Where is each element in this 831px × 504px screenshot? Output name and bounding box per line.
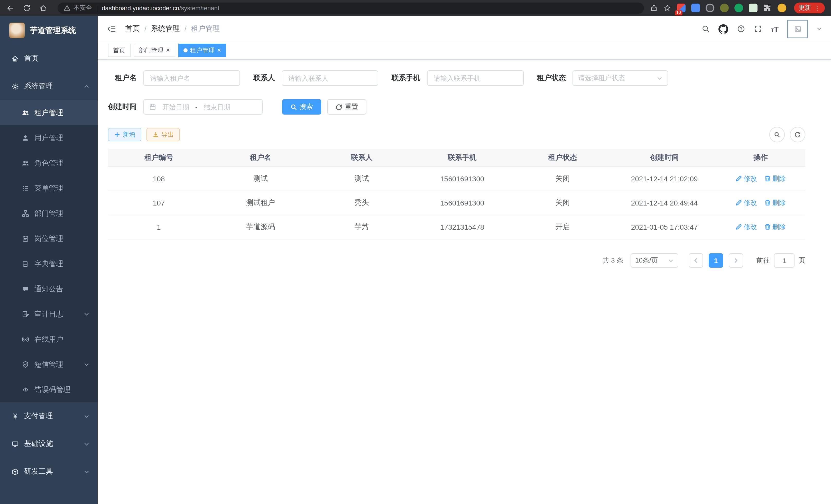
extension-icon[interactable] xyxy=(706,4,714,12)
export-button[interactable]: 导出 xyxy=(146,128,180,141)
fullscreen-icon[interactable] xyxy=(754,25,763,33)
cube-icon xyxy=(11,468,19,475)
sidebar-item-post[interactable]: 岗位管理 xyxy=(0,226,98,251)
sidebar-item-sms[interactable]: 短信管理 xyxy=(0,352,98,377)
breadcrumb: 首页 / 系统管理 / 租户管理 xyxy=(125,24,220,33)
cell-tenant-name: 测试 xyxy=(210,167,311,191)
chevron-down-icon[interactable] xyxy=(816,26,822,31)
sidebar-item-devtools[interactable]: 研发工具 xyxy=(0,458,98,485)
sidebar-collapse-button[interactable] xyxy=(107,24,116,33)
sidebar-item-payment[interactable]: 支付管理 xyxy=(0,402,98,430)
add-button[interactable]: 新增 xyxy=(108,128,141,141)
extension-badge: 10 xyxy=(675,10,683,16)
avatar[interactable] xyxy=(787,20,808,38)
reload-button[interactable] xyxy=(23,4,31,12)
status-placeholder: 请选择租户状态 xyxy=(578,73,657,83)
edit-label: 修改 xyxy=(744,223,757,232)
sidebar-item-tenant[interactable]: 租户管理 xyxy=(0,100,98,125)
sidebar-item-online-users[interactable]: 在线用户 xyxy=(0,327,98,352)
extension-icon[interactable] xyxy=(735,4,743,12)
chevron-down-icon xyxy=(657,75,662,81)
sidebar-item-infra[interactable]: 基础设施 xyxy=(0,430,98,458)
delete-button[interactable]: 删除 xyxy=(764,198,786,208)
chevron-left-icon xyxy=(693,258,699,264)
breadcrumb-item[interactable]: 系统管理 xyxy=(151,24,180,33)
tab-tenant[interactable]: 租户管理 xyxy=(178,44,226,57)
sidebar: 芋道管理系统 首页 系统管理 租户管理 用户管理 角色管理 xyxy=(0,16,98,504)
chevron-down-icon xyxy=(84,312,89,317)
add-button-label: 新增 xyxy=(123,130,135,139)
org-tree-icon xyxy=(22,210,29,217)
close-icon[interactable] xyxy=(217,47,221,54)
sidebar-item-role[interactable]: 角色管理 xyxy=(0,151,98,176)
column-header: 操作 xyxy=(716,149,805,167)
logo-image xyxy=(9,23,25,38)
update-button[interactable]: 更新 xyxy=(794,3,825,13)
contact-input[interactable] xyxy=(282,70,378,86)
date-end-input[interactable] xyxy=(201,102,234,111)
sidebar-item-audit-log[interactable]: 审计日志 xyxy=(0,302,98,327)
sidebar-item-error-code[interactable]: 错误码管理 xyxy=(0,377,98,402)
app-logo[interactable]: 芋道管理系统 xyxy=(0,16,98,45)
close-icon[interactable] xyxy=(166,47,170,54)
breadcrumb-item[interactable]: 首页 xyxy=(125,24,140,33)
extensions-puzzle-icon[interactable] xyxy=(763,4,772,12)
date-start-input[interactable] xyxy=(159,102,192,111)
reset-button[interactable]: 重置 xyxy=(327,99,366,115)
delete-button[interactable]: 删除 xyxy=(764,223,786,232)
sidebar-item-dept[interactable]: 部门管理 xyxy=(0,201,98,226)
search-icon[interactable] xyxy=(702,25,710,33)
tab-dept[interactable]: 部门管理 xyxy=(134,44,175,57)
extension-icon[interactable]: 10 xyxy=(677,4,686,12)
profile-avatar-icon[interactable] xyxy=(778,4,786,12)
back-button[interactable] xyxy=(6,4,15,12)
filter-row-2: 创建时间 - 搜索 重置 xyxy=(108,99,805,115)
current-page[interactable]: 1 xyxy=(709,253,723,268)
app-title: 芋道管理系统 xyxy=(30,25,76,35)
log-edit-icon xyxy=(22,310,29,318)
page-size-value: 10条/页 xyxy=(635,256,668,265)
refresh-table-button[interactable] xyxy=(790,127,805,142)
phone-input[interactable] xyxy=(427,70,524,86)
goto-label: 前往 xyxy=(756,256,770,265)
search-button[interactable]: 搜索 xyxy=(282,99,321,115)
help-icon[interactable] xyxy=(737,25,745,33)
total-count: 共 3 条 xyxy=(603,256,623,265)
tab-home[interactable]: 首页 xyxy=(108,44,131,57)
edit-button[interactable]: 修改 xyxy=(736,174,757,183)
sidebar-item-label: 通知公告 xyxy=(34,285,63,294)
next-page-button[interactable] xyxy=(729,253,743,268)
sidebar-item-home[interactable]: 首页 xyxy=(0,45,98,72)
share-icon[interactable] xyxy=(650,4,658,12)
browser-toolbar: 不安全 dashboard.yudao.iocoder.cn /system/t… xyxy=(0,0,831,16)
delete-button[interactable]: 删除 xyxy=(764,174,786,183)
status-select[interactable]: 请选择租户状态 xyxy=(573,70,668,86)
extension-icon[interactable] xyxy=(691,4,700,12)
goto-suffix: 页 xyxy=(799,256,805,265)
sidebar-item-menu[interactable]: 菜单管理 xyxy=(0,176,98,201)
edit-label: 修改 xyxy=(744,198,757,208)
goto-page-input[interactable] xyxy=(774,253,795,268)
bookmark-star-icon[interactable] xyxy=(663,4,671,12)
tenant-name-input[interactable] xyxy=(143,70,240,86)
sidebar-item-system[interactable]: 系统管理 xyxy=(0,72,98,100)
address-bar[interactable]: 不安全 dashboard.yudao.iocoder.cn /system/t… xyxy=(58,2,644,13)
home-button[interactable] xyxy=(39,4,47,12)
sidebar-item-label: 岗位管理 xyxy=(34,234,63,243)
extension-icon[interactable] xyxy=(749,4,757,12)
sidebar-item-notice[interactable]: 通知公告 xyxy=(0,276,98,302)
date-range-picker[interactable]: - xyxy=(143,99,263,115)
sidebar-item-user[interactable]: 用户管理 xyxy=(0,125,98,151)
sidebar-item-dict[interactable]: 字典管理 xyxy=(0,251,98,276)
cell-contact: 秃头 xyxy=(311,191,412,215)
toggle-search-button[interactable] xyxy=(769,127,785,142)
edit-button[interactable]: 修改 xyxy=(736,223,757,232)
breadcrumb-current: 租户管理 xyxy=(191,24,220,33)
github-icon[interactable] xyxy=(719,24,728,34)
font-size-icon[interactable] xyxy=(771,25,779,33)
extension-icon[interactable] xyxy=(720,4,729,12)
edit-button[interactable]: 修改 xyxy=(736,198,757,208)
signal-icon xyxy=(22,335,29,343)
page-size-select[interactable]: 10条/页 xyxy=(631,253,678,268)
prev-page-button[interactable] xyxy=(689,253,703,268)
